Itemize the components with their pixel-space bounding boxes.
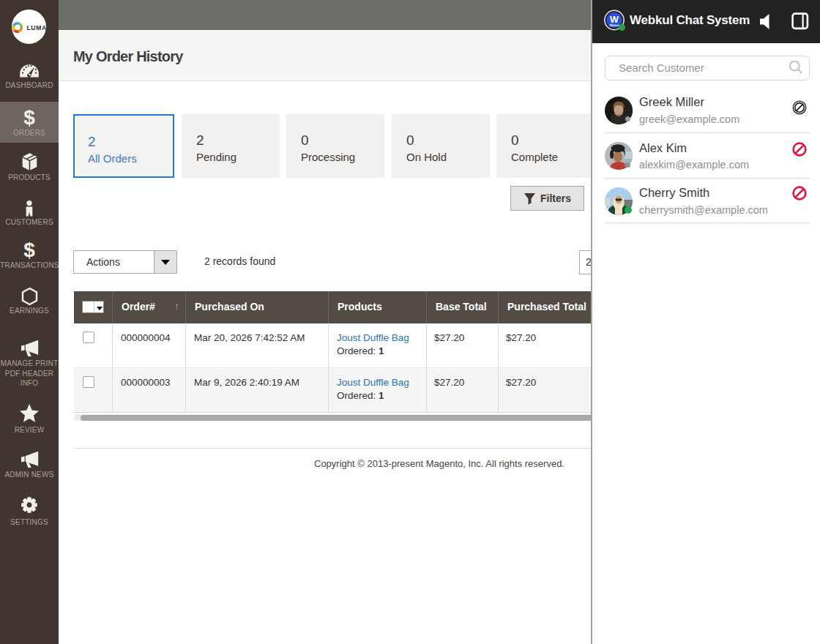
- svg-text:W: W: [610, 15, 619, 25]
- svg-text:Webkul: Webkul: [610, 24, 619, 27]
- svg-text:LUMA: LUMA: [27, 24, 47, 31]
